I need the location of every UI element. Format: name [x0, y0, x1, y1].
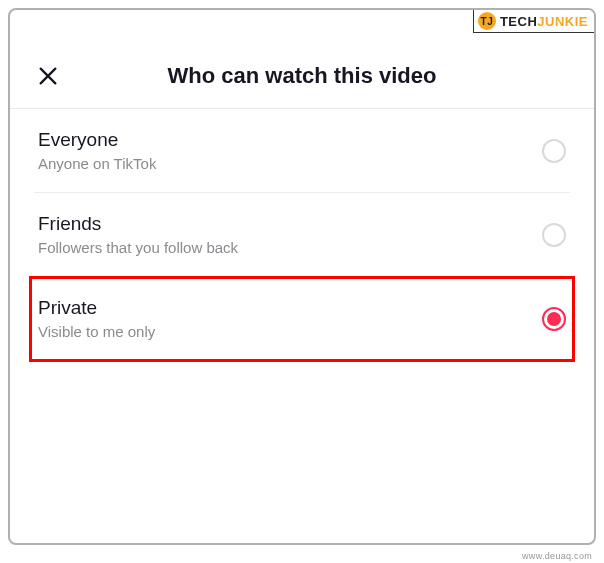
option-text: Private Visible to me only — [38, 297, 155, 340]
option-label: Everyone — [38, 129, 156, 151]
option-private[interactable]: Private Visible to me only — [30, 277, 574, 361]
radio-selected-icon — [542, 307, 566, 331]
option-text: Friends Followers that you follow back — [38, 213, 238, 256]
option-description: Visible to me only — [38, 323, 155, 340]
option-text: Everyone Anyone on TikTok — [38, 129, 156, 172]
badge-suffix: JUNKIE — [537, 14, 588, 29]
badge-text: TECHJUNKIE — [500, 14, 588, 29]
radio-icon — [542, 139, 566, 163]
option-friends[interactable]: Friends Followers that you follow back — [34, 193, 570, 277]
privacy-options-list: Everyone Anyone on TikTok Friends Follow… — [10, 109, 594, 361]
watermark-text: www.deuaq.com — [522, 551, 592, 561]
option-label: Friends — [38, 213, 238, 235]
option-description: Anyone on TikTok — [38, 155, 156, 172]
option-description: Followers that you follow back — [38, 239, 238, 256]
modal-title: Who can watch this video — [34, 63, 570, 89]
techjunkie-logo-icon — [478, 12, 496, 30]
radio-icon — [542, 223, 566, 247]
source-badge: TECHJUNKIE — [473, 10, 594, 33]
option-label: Private — [38, 297, 155, 319]
app-frame: TECHJUNKIE Who can watch this video Ever… — [8, 8, 596, 545]
modal-header: Who can watch this video — [10, 38, 594, 109]
option-everyone[interactable]: Everyone Anyone on TikTok — [34, 109, 570, 193]
badge-prefix: TECH — [500, 14, 537, 29]
